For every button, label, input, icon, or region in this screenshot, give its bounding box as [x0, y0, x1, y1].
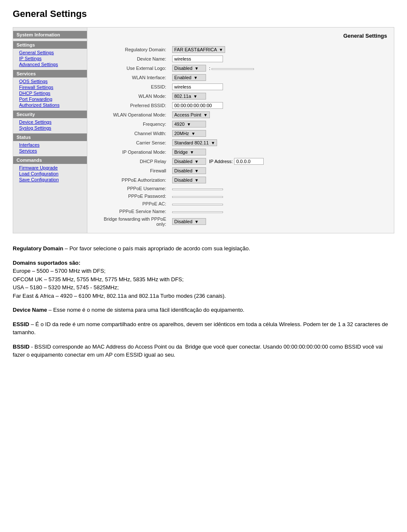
label-pppoe-username: PPPoE Username:	[94, 185, 170, 192]
row-wlan-mode: WLAN Mode: 802.11a ▼	[94, 91, 387, 101]
sidebar-item-services-status[interactable]: Services	[13, 148, 87, 154]
select-ip-op-mode[interactable]: Bridge ▼	[172, 149, 206, 155]
value-bridge-forwarding: Disabled ▼	[170, 215, 387, 228]
label-regulatory-domain: Regulatory Domain:	[94, 45, 170, 54]
value-firewall: Disabled ▼	[170, 166, 387, 175]
select-bridge-forwarding[interactable]: Disabled ▼	[172, 218, 206, 225]
value-wlan-interface: Enabled ▼	[170, 73, 387, 82]
para-device-name: Device Name – Esse nome é o nome de sist…	[13, 306, 394, 314]
input-external-logo-url[interactable]	[212, 68, 254, 70]
select-wlan-op-mode[interactable]: Access Point ▼	[172, 111, 210, 118]
row-preferred-bssid: Preferred BSSID: 00:00:00:00:00:00	[94, 101, 387, 110]
sidebar-item-firmware[interactable]: Firmware Upgrade	[13, 165, 87, 171]
sidebar-item-authorized-stations[interactable]: Authorized Stations	[13, 102, 87, 108]
input-pppoe-password[interactable]	[172, 196, 223, 198]
label-pppoe-auth: PPPoE Authorization:	[94, 175, 170, 185]
sidebar-group-settings: Settings General Settings IP Settings Ad…	[13, 41, 87, 67]
label-channel-width: Channel Width:	[94, 129, 170, 138]
row-pppoe-password: PPPoE Password:	[94, 192, 387, 200]
label-external-logo: Use External Logo:	[94, 64, 170, 73]
sidebar-item-general-settings[interactable]: General Settings	[13, 50, 87, 55]
row-ip-op-mode: IP Operational Mode: Bridge ▼	[94, 147, 387, 157]
sidebar-item-advanced-settings[interactable]: Advanced Settings	[13, 61, 87, 67]
select-firewall[interactable]: Disabled ▼	[172, 167, 206, 174]
sidebar-group-status: Status Interfaces Services	[13, 133, 87, 154]
value-pppoe-service-name	[170, 208, 387, 215]
select-pppoe-auth[interactable]: Disabled ▼	[172, 177, 206, 183]
para-essid: ESSID – É o ID da rede é um nome compart…	[13, 320, 394, 337]
input-device-name[interactable]: wireless	[172, 55, 223, 62]
value-regulatory-domain: FAR EAST&AFRICA ▼	[170, 45, 387, 54]
row-firewall: Firewall Disabled ▼	[94, 166, 387, 175]
label-carrier-sense: Carrier Sense:	[94, 138, 170, 147]
bold-bssid: BSSID	[13, 344, 30, 350]
main-panel: General Settings Regulatory Domain: FAR …	[87, 28, 394, 233]
label-ip-op-mode: IP Operational Mode:	[94, 147, 170, 157]
settings-form: Regulatory Domain: FAR EAST&AFRICA ▼ Dev…	[94, 45, 387, 228]
input-pppoe-username[interactable]	[172, 188, 223, 190]
input-essid[interactable]: wireless	[172, 83, 223, 90]
value-external-logo: Disabled ▼ :	[170, 64, 387, 73]
sidebar-group-services: Services QOS Settings Firewall Settings …	[13, 70, 87, 108]
sidebar-header-commands: Commands	[13, 156, 87, 164]
select-frequency[interactable]: 4920 ▼	[172, 121, 206, 127]
select-external-logo[interactable]: Disabled ▼	[172, 65, 206, 72]
ip-address-label: IP Address:	[209, 159, 233, 164]
text-content: Regulatory Domain – Por favor selecione …	[13, 243, 394, 359]
value-dhcp-relay: Disabled ▼ IP Address: 0.0.0.0	[170, 157, 387, 166]
select-carrier-sense[interactable]: Standard 802.11 ▼	[172, 139, 217, 146]
sidebar-item-dhcp[interactable]: DHCP Settings	[13, 90, 87, 96]
sidebar-group-commands: Commands Firmware Upgrade Load Configura…	[13, 156, 87, 183]
sidebar-header-security: Security	[13, 111, 87, 118]
input-preferred-bssid[interactable]: 00:00:00:00:00:00	[172, 102, 223, 109]
select-channel-width[interactable]: 20MHz ▼	[172, 130, 206, 137]
select-wlan-interface[interactable]: Enabled ▼	[172, 74, 206, 81]
sidebar-item-load-config[interactable]: Load Configuration	[13, 171, 87, 177]
value-device-name: wireless	[170, 54, 387, 64]
label-essid: ESSID:	[94, 82, 170, 91]
sidebar-item-interfaces[interactable]: Interfaces	[13, 142, 87, 148]
sidebar-header-services: Services	[13, 70, 87, 78]
sidebar-item-port-forwarding[interactable]: Port Forwarding	[13, 96, 87, 102]
value-preferred-bssid: 00:00:00:00:00:00	[170, 101, 387, 110]
row-regulatory-domain: Regulatory Domain: FAR EAST&AFRICA ▼	[94, 45, 387, 54]
row-external-logo: Use External Logo: Disabled ▼ :	[94, 64, 387, 73]
sidebar-item-save-config[interactable]: Save Configuration	[13, 177, 87, 183]
sidebar-header-status: Status	[13, 133, 87, 141]
bold-domains: Domains suportados são:	[13, 260, 81, 266]
row-essid: ESSID: wireless	[94, 82, 387, 91]
sidebar-item-device-settings[interactable]: Device Settings	[13, 119, 87, 125]
row-wlan-op-mode: WLAN Operational Mode: Access Point ▼	[94, 110, 387, 119]
value-carrier-sense: Standard 802.11 ▼	[170, 138, 387, 147]
input-pppoe-service-name[interactable]	[172, 211, 223, 213]
label-pppoe-service-name: PPPoE Service Name:	[94, 208, 170, 215]
sidebar-item-syslog[interactable]: Syslog Settings	[13, 125, 87, 131]
sidebar-header-sysinfo: System Information	[13, 31, 87, 39]
row-pppoe-service-name: PPPoE Service Name:	[94, 208, 387, 215]
sidebar-item-firewall[interactable]: Firewall Settings	[13, 84, 87, 90]
label-wlan-interface: WLAN Interface:	[94, 73, 170, 82]
sidebar-item-ip-settings[interactable]: IP Settings	[13, 55, 87, 61]
para-regulatory: Regulatory Domain – Por favor selecione …	[13, 244, 394, 253]
sidebar-item-qos[interactable]: QOS Settings	[13, 78, 87, 84]
row-dhcp-relay: DHCP Relay Disabled ▼ IP Address: 0.0.0.…	[94, 157, 387, 166]
label-preferred-bssid: Preferred BSSID:	[94, 101, 170, 110]
select-wlan-mode[interactable]: 802.11a ▼	[172, 93, 206, 100]
label-wlan-op-mode: WLAN Operational Mode:	[94, 110, 170, 119]
row-carrier-sense: Carrier Sense: Standard 802.11 ▼	[94, 138, 387, 147]
value-pppoe-password	[170, 192, 387, 200]
label-firewall: Firewall	[94, 166, 170, 175]
bold-device-name: Device Name	[13, 307, 47, 313]
sidebar: System Information Settings General Sett…	[13, 28, 87, 233]
select-dhcp-relay[interactable]: Disabled ▼	[172, 158, 206, 165]
value-channel-width: 20MHz ▼	[170, 129, 387, 138]
row-pppoe-ac: PPPoE AC:	[94, 200, 387, 208]
input-ip-address[interactable]: 0.0.0.0	[234, 158, 264, 165]
row-pppoe-auth: PPPoE Authorization: Disabled ▼	[94, 175, 387, 185]
label-wlan-mode: WLAN Mode:	[94, 91, 170, 101]
para-bssid: BSSID - BSSID corresponde ao MAC Address…	[13, 343, 394, 359]
select-regulatory-domain[interactable]: FAR EAST&AFRICA ▼	[172, 46, 225, 53]
value-pppoe-ac	[170, 200, 387, 208]
bold-regulatory: Regulatory Domain	[13, 245, 63, 252]
input-pppoe-ac[interactable]	[172, 204, 223, 205]
